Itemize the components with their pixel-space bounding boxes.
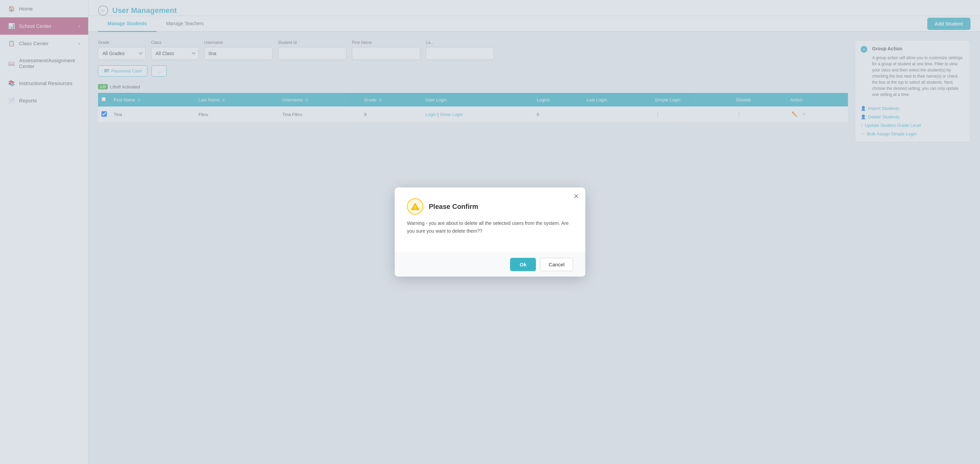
confirm-modal: ✕ ! Please Confirm Warning - you are abo… [395,188,585,276]
svg-text:!: ! [414,205,416,210]
modal-ok-button[interactable]: Ok [510,258,536,271]
modal-footer: Ok Cancel [395,253,585,276]
warning-icon-circle: ! [407,198,423,215]
modal-title-row: ! Please Confirm [407,198,573,215]
modal-close-button[interactable]: ✕ [573,193,579,200]
modal-title: Please Confirm [429,203,479,211]
modal-overlay[interactable]: ✕ ! Please Confirm Warning - you are abo… [0,0,980,464]
close-icon: ✕ [573,192,579,200]
modal-body: ✕ ! Please Confirm Warning - you are abo… [395,188,585,253]
modal-cancel-button[interactable]: Cancel [540,258,573,271]
modal-description: Warning - you are about to delete all th… [407,219,573,235]
warning-triangle-icon: ! [410,202,420,211]
